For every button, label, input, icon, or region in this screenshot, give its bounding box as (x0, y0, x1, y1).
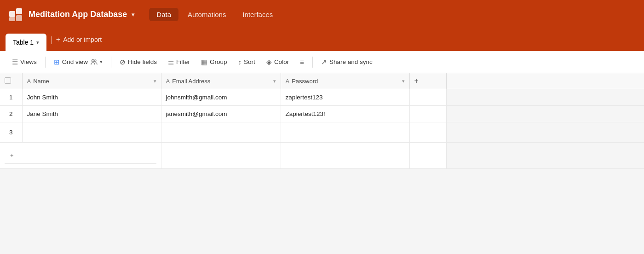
toolbar: ☰ Views ⊞ Grid view ▾ ⊘ Hide fields ⚌ Fi… (0, 51, 644, 73)
header-checkbox-cell (0, 73, 22, 89)
table-row: 1 John Smith johnsmith@gmail.com zapiert… (0, 89, 644, 106)
brand: Meditation App Database ▾ (7, 6, 134, 23)
row-1-extra (409, 89, 446, 106)
header-name-label: Name (33, 78, 49, 85)
add-import-plus-icon: + (56, 35, 60, 44)
color-icon: ◈ (266, 58, 272, 66)
row-2-name[interactable]: Jane Smith (22, 106, 161, 122)
top-nav: Meditation App Database ▾ Data Automatio… (0, 0, 644, 29)
add-row-empty-3 (281, 143, 409, 169)
group-icon: ▦ (201, 58, 207, 66)
row-1-name[interactable]: John Smith (22, 89, 161, 106)
svg-rect-0 (9, 11, 15, 17)
toolbar-divider-1 (45, 57, 46, 68)
header-add-col[interactable]: + (409, 73, 446, 89)
table-row: 2 Jane Smith janesmith@gmail.com Zapiert… (0, 106, 644, 122)
table-row: 3 (0, 122, 644, 143)
row-2-extra (409, 106, 446, 122)
top-nav-tabs: Data Automations Interfaces (149, 8, 280, 21)
name-type-icon: A (27, 78, 31, 85)
app-title: Meditation App Database (29, 10, 127, 19)
add-row-empty-4 (409, 143, 446, 169)
add-import-label: Add or import (63, 36, 102, 43)
select-all-checkbox[interactable] (5, 77, 11, 84)
row-height-button[interactable]: ≡ (295, 56, 309, 68)
hide-fields-icon: ⊘ (120, 58, 126, 66)
hide-fields-button[interactable]: ⊘ Hide fields (115, 56, 161, 69)
header-empty (446, 73, 644, 89)
tab-automations[interactable]: Automations (180, 8, 233, 21)
tab-interfaces[interactable]: Interfaces (235, 8, 280, 21)
row-3-empty (446, 122, 644, 143)
add-row-button[interactable]: + (5, 147, 156, 164)
row-3-email[interactable] (161, 122, 281, 143)
add-row-cell[interactable]: + (0, 143, 161, 169)
grid-container: A Name ▾ A Email Address ▾ A Passwor (0, 73, 644, 254)
header-row: A Name ▾ A Email Address ▾ A Passwor (0, 73, 644, 89)
svg-rect-1 (16, 8, 22, 14)
email-type-icon: A (166, 78, 170, 85)
table-tab-label: Table 1 (13, 39, 34, 46)
header-password-chevron: ▾ (402, 78, 405, 84)
toolbar-divider-2 (111, 57, 111, 68)
tab-data[interactable]: Data (149, 8, 178, 21)
add-row-row: + (0, 143, 644, 169)
views-label: Views (20, 58, 37, 65)
row-2-num: 2 (0, 106, 22, 122)
color-label: Color (274, 58, 289, 65)
grid-view-label: Grid view (62, 58, 88, 65)
sort-label: Sort (244, 58, 255, 65)
sort-button[interactable]: ↕ Sort (234, 56, 260, 68)
add-row-empty-5 (446, 143, 644, 169)
header-name[interactable]: A Name ▾ (22, 73, 161, 89)
filter-icon: ⚌ (168, 58, 174, 66)
row-3-name[interactable] (22, 122, 161, 143)
row-3-extra (409, 122, 446, 143)
row-1-password[interactable]: zapiertest123 (281, 89, 409, 106)
share-sync-button[interactable]: ↗ Share and sync (316, 56, 377, 69)
color-button[interactable]: ◈ Color (262, 56, 293, 69)
group-button[interactable]: ▦ Group (196, 56, 232, 69)
add-column-icon[interactable]: + (414, 77, 419, 85)
svg-rect-3 (9, 17, 15, 21)
views-icon: ☰ (12, 58, 18, 66)
add-row-empty-2 (161, 143, 281, 169)
group-label: Group (210, 58, 227, 65)
hide-fields-label: Hide fields (128, 58, 157, 65)
table-tab-divider: | (50, 35, 52, 47)
add-import-button[interactable]: + Add or import (56, 35, 102, 47)
header-email-chevron: ▾ (273, 78, 276, 84)
password-type-icon: A (286, 78, 290, 85)
row-3-num: 3 (0, 122, 22, 143)
row-3-password[interactable] (281, 122, 409, 143)
views-button[interactable]: ☰ Views (7, 56, 41, 69)
row-2-email[interactable]: janesmith@gmail.com (161, 106, 281, 122)
share-sync-icon: ↗ (321, 58, 327, 66)
header-email[interactable]: A Email Address ▾ (161, 73, 281, 89)
data-table: A Name ▾ A Email Address ▾ A Passwor (0, 73, 644, 169)
header-name-chevron: ▾ (154, 78, 156, 84)
grid-view-button[interactable]: ⊞ Grid view ▾ (49, 56, 107, 69)
row-2-empty (446, 106, 644, 122)
row-1-empty (446, 89, 644, 106)
svg-rect-2 (16, 15, 22, 21)
filter-button[interactable]: ⚌ Filter (163, 56, 195, 69)
row-1-email[interactable]: johnsmith@gmail.com (161, 89, 281, 106)
header-email-label: Email Address (172, 78, 210, 85)
table-tab-1[interactable]: Table 1 ▾ (6, 34, 46, 51)
grid-below-area (0, 169, 644, 254)
row-height-icon: ≡ (300, 58, 304, 66)
row-2-password[interactable]: Zapiertest123! (281, 106, 409, 122)
grid-view-chevron: ▾ (100, 59, 103, 65)
row-1-num: 1 (0, 89, 22, 106)
header-password[interactable]: A Password ▾ (281, 73, 409, 89)
toolbar-divider-3 (312, 57, 313, 68)
share-sync-label: Share and sync (329, 58, 373, 65)
app-title-chevron[interactable]: ▾ (132, 12, 134, 18)
table-tab-chevron: ▾ (36, 40, 39, 46)
grid-view-people-icon (90, 58, 98, 66)
brand-icon (7, 6, 24, 23)
sort-icon: ↕ (238, 58, 242, 66)
table-tabs-bar: Table 1 ▾ | + Add or import (0, 29, 644, 51)
filter-label: Filter (176, 58, 190, 65)
